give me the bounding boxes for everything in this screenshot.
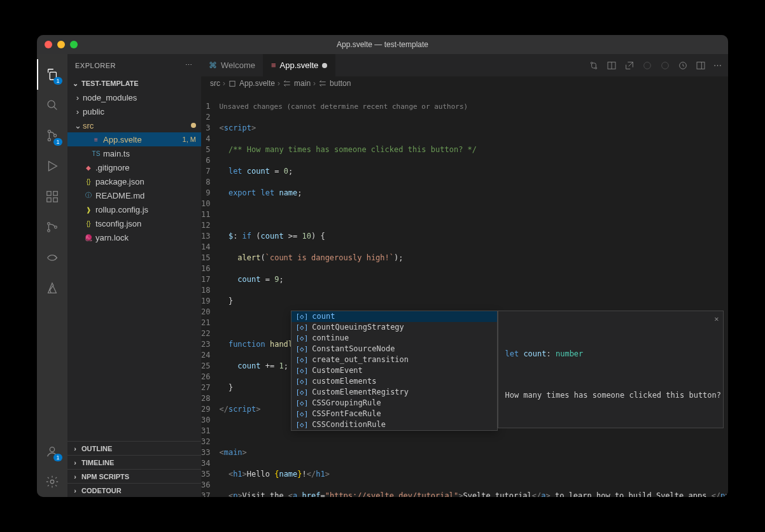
section-timeline[interactable]: ›TIMELINE [67, 455, 201, 469]
doc-popup: ✕ let count: number How many times has s… [498, 311, 723, 428]
titlebar: App.svelte — test-template [37, 35, 728, 54]
file-main.ts[interactable]: TSmain.ts [67, 146, 201, 160]
settings-gear-icon[interactable] [37, 466, 67, 497]
window-close[interactable] [45, 41, 52, 48]
file-App.svelte[interactable]: ≡App.svelte1, M [67, 132, 201, 146]
code-editor[interactable]: 1234567891011121314151617181920212223242… [201, 90, 728, 497]
section-outline[interactable]: ›OUTLINE [67, 441, 201, 455]
compare-changes-icon[interactable] [589, 60, 599, 71]
suggest-item[interactable]: [◇]CSSGroupingRule [291, 398, 497, 409]
suggest-item[interactable]: [◇]ConstantSourceNode [291, 344, 497, 354]
svg-point-12 [50, 480, 54, 484]
section-npm scripts[interactable]: ›NPM SCRIPTS [67, 469, 201, 483]
accounts-badge: 1 [53, 454, 62, 461]
line-gutter: 1234567891011121314151617181920212223242… [201, 90, 219, 497]
suggest-item[interactable]: [◇]CSSFontFaceRule [291, 409, 497, 419]
folder-public[interactable]: ›public [67, 104, 201, 118]
suggest-item[interactable]: [◇]CountQueuingStrategy [291, 322, 497, 333]
breadcrumbs[interactable]: src› App.svelte› main› button [201, 76, 728, 90]
live-share-icon[interactable] [37, 242, 67, 273]
tab-bar: ⌘Welcome≡App.svelte ⋯ [201, 54, 728, 76]
file-tsconfig.json[interactable]: {}tsconfig.json [67, 216, 201, 230]
suggest-item[interactable]: [◇]continue [291, 333, 497, 344]
window-minimize[interactable] [57, 41, 65, 48]
file-package.json[interactable]: {}package.json [67, 174, 201, 188]
tab-welcome[interactable]: ⌘Welcome [201, 54, 263, 76]
sidebar-more-icon[interactable]: ⋯ [185, 61, 193, 69]
file-yarn.lock[interactable]: 🧶yarn.lock [67, 230, 201, 244]
svg-point-1 [48, 130, 50, 133]
split-right-icon[interactable] [696, 60, 706, 71]
toolbar-icon-3[interactable] [678, 60, 688, 71]
suggest-item[interactable]: [◇]CSSConditionRule [291, 419, 497, 430]
tab-app.svelte[interactable]: ≡App.svelte [263, 54, 335, 76]
chevron-down-icon: ⌄ [70, 80, 80, 88]
svg-point-0 [48, 101, 55, 108]
source-control-icon[interactable]: 1 [37, 120, 67, 151]
project-header[interactable]: ⌄ TEST-TEMPLATE [67, 76, 201, 90]
svg-point-16 [644, 62, 651, 69]
svg-rect-5 [47, 198, 51, 202]
svg-point-13 [591, 62, 593, 64]
svg-point-3 [54, 134, 57, 137]
extensions-icon[interactable] [37, 181, 67, 212]
svg-point-14 [595, 67, 597, 69]
accounts-icon[interactable]: 1 [37, 436, 67, 466]
intellisense-popup[interactable]: [◇]count[◇]CountQueuingStrategy[◇]contin… [291, 311, 498, 431]
more-actions-icon[interactable]: ⋯ [713, 60, 722, 70]
svg-point-11 [50, 447, 54, 452]
suggest-item[interactable]: [◇]CustomElementRegistry [291, 387, 497, 398]
close-icon[interactable]: ✕ [714, 314, 719, 325]
sidebar-title: EXPLORER [75, 62, 116, 69]
window-title: App.svelte — test-template [337, 40, 428, 49]
section-codetour[interactable]: ›CODETOUR [67, 483, 201, 497]
suggest-item[interactable]: [◇]customElements [291, 376, 497, 387]
file-.gitignore[interactable]: ◆.gitignore [67, 160, 201, 174]
suggest-item[interactable]: [◇]count [291, 311, 497, 322]
folder-src[interactable]: ⌄src [67, 118, 201, 132]
window-zoom[interactable] [70, 41, 78, 48]
codelens-banner[interactable]: Unsaved changes (cannot determine recent… [219, 101, 728, 112]
explorer-icon[interactable]: 1 [37, 59, 67, 90]
scm-badge: 1 [53, 138, 62, 146]
sidebar: EXPLORER ⋯ ⌄ TEST-TEMPLATE ›node_modules… [67, 54, 201, 497]
svg-rect-20 [230, 81, 235, 87]
open-preview-icon[interactable] [624, 60, 635, 71]
run-debug-icon[interactable] [37, 151, 67, 181]
file-tree: ›node_modules›public⌄src≡App.svelte1, MT… [67, 90, 201, 244]
explorer-badge: 1 [53, 77, 62, 85]
svg-point-2 [48, 138, 50, 141]
svg-point-8 [48, 223, 50, 225]
file-README.md[interactable]: ⓘREADME.md [67, 188, 201, 202]
suggest-item[interactable]: [◇]create_out_transition [291, 354, 497, 365]
svg-rect-6 [53, 198, 57, 202]
svg-point-17 [662, 62, 669, 69]
svg-point-9 [48, 230, 50, 232]
git-graph-icon[interactable] [37, 212, 67, 242]
svg-rect-4 [47, 192, 51, 195]
toolbar-icon-2[interactable] [660, 60, 670, 71]
suggest-item[interactable]: [◇]CustomEvent [291, 365, 497, 376]
azure-icon[interactable] [37, 273, 67, 304]
folder-node_modules[interactable]: ›node_modules [67, 90, 201, 104]
activity-bar: 1 1 [37, 54, 67, 497]
toolbar-icon-1[interactable] [642, 60, 652, 71]
search-icon[interactable] [37, 90, 67, 120]
split-editor-icon[interactable] [607, 60, 617, 71]
svg-rect-19 [697, 62, 705, 69]
file-rollup.config.js[interactable]: ❱rollup.config.js [67, 202, 201, 216]
svg-rect-7 [53, 192, 57, 195]
